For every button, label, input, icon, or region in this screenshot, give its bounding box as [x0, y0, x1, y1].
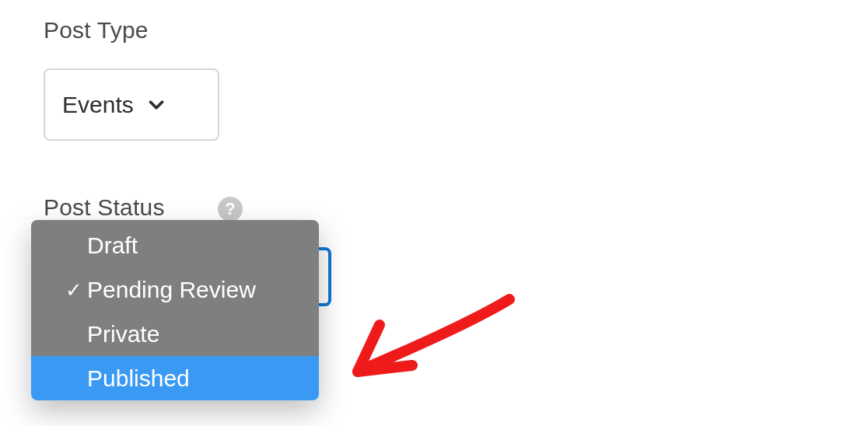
post-type-select[interactable]: Events	[44, 68, 219, 141]
check-icon: ✓	[65, 278, 82, 302]
post-status-label: Post Status	[44, 194, 165, 221]
dropdown-option-label: Pending Review	[87, 277, 256, 303]
dropdown-option-draft[interactable]: Draft	[31, 220, 319, 267]
dropdown-option-pending-review[interactable]: ✓ Pending Review	[31, 267, 319, 312]
annotation-arrow-icon	[334, 288, 537, 426]
help-icon[interactable]: ?	[218, 197, 243, 222]
dropdown-option-published[interactable]: Published	[31, 356, 319, 400]
dropdown-option-label: Private	[87, 321, 159, 347]
post-type-label: Post Type	[44, 17, 149, 44]
dropdown-option-label: Published	[87, 365, 190, 392]
post-type-selected-value: Events	[62, 92, 134, 118]
help-icon-glyph: ?	[225, 199, 235, 219]
dropdown-option-private[interactable]: Private	[31, 312, 319, 356]
post-status-dropdown[interactable]: Draft ✓ Pending Review Private Published	[31, 220, 319, 400]
dropdown-option-label: Draft	[87, 232, 138, 259]
chevron-down-icon	[145, 93, 168, 117]
